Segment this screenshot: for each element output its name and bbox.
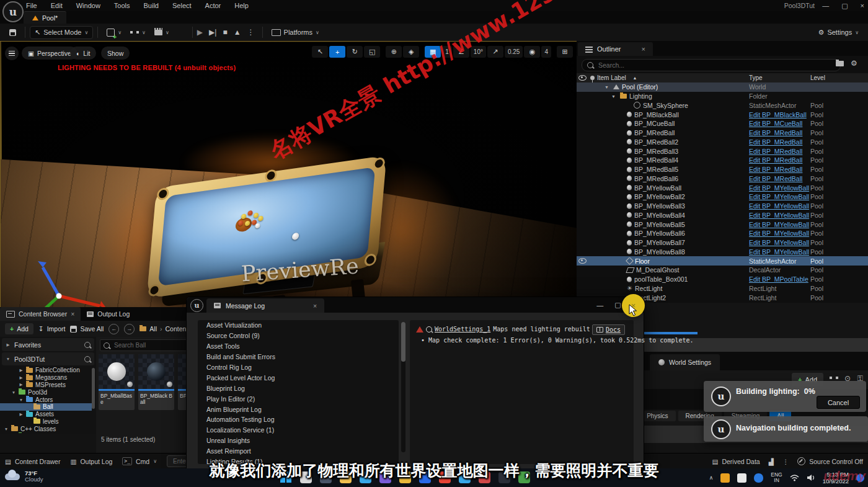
asset-tile[interactable]: BP_MBlack Ball bbox=[138, 354, 174, 410]
outliner-row[interactable]: BP_MRedBall4Edit BP_MRedBallPool bbox=[577, 156, 868, 165]
favorites-header[interactable]: ▶ Favorites bbox=[2, 338, 94, 351]
outliner-row[interactable]: BP_MYellowBall2Edit BP_MYellowBallPool bbox=[577, 192, 868, 202]
scale-snap-toggle-value[interactable]: 0.25 bbox=[505, 46, 523, 58]
menu-item-window[interactable]: Window bbox=[76, 2, 100, 9]
minimize-icon[interactable]: — bbox=[822, 2, 829, 9]
docs-button[interactable]: Docs bbox=[592, 324, 625, 335]
edit-blueprint-link[interactable]: Edit BP_MYellowBall bbox=[749, 184, 809, 192]
eject-button[interactable]: ▲ bbox=[234, 28, 241, 37]
tree-item-pool3d[interactable]: ▼Pool3d bbox=[0, 388, 92, 396]
close-icon[interactable]: × bbox=[642, 45, 645, 53]
settings-dropdown[interactable]: ⚙ Settings ∨ bbox=[814, 27, 863, 38]
tree-item-mspresets[interactable]: ▶MSPresets bbox=[0, 382, 92, 389]
edit-blueprint-link[interactable]: Edit BP_MYellowBall bbox=[749, 193, 809, 200]
menu-item-help[interactable]: Help bbox=[234, 2, 249, 9]
tree-item-c-classes[interactable]: ▼C++ Classes bbox=[0, 425, 92, 432]
camera-speed[interactable]: ◉ bbox=[524, 46, 540, 58]
menu-item-build[interactable]: Build bbox=[144, 2, 159, 9]
add-asset-button[interactable]: +Add bbox=[5, 323, 33, 334]
outliner-row[interactable]: SM_SkySphereStaticMeshActorPool bbox=[577, 101, 868, 110]
message-log-category[interactable]: Packed Level Actor Log bbox=[198, 372, 399, 383]
save-button[interactable] bbox=[5, 27, 20, 38]
play-options-kebab[interactable]: ⋮ bbox=[247, 28, 255, 37]
close-icon[interactable]: × bbox=[71, 310, 74, 318]
message-log-category[interactable]: Source Control (9) bbox=[198, 331, 399, 341]
world-space-toggle[interactable]: ⊕ bbox=[386, 46, 402, 58]
perspective-dropdown[interactable]: ▣ Perspective bbox=[22, 47, 78, 60]
filter-tab-physics[interactable]: Physics bbox=[639, 411, 675, 421]
scale-tool[interactable]: ◱ bbox=[364, 46, 380, 58]
outliner-row[interactable]: BP_MRedBall5Edit BP_MRedBallPool bbox=[577, 165, 868, 174]
message-log-category[interactable]: Play In Editor (2) bbox=[198, 393, 399, 404]
message-log-category[interactable]: Build and Submit Errors bbox=[198, 352, 399, 362]
level-viewport[interactable]: PreviewRe ▣ Perspective ◐ Lit Show LIGHT… bbox=[0, 41, 577, 308]
cinematics-button[interactable]: ∨ bbox=[150, 28, 174, 37]
outliner-row[interactable]: ▼Pool (Editor)World bbox=[577, 83, 868, 92]
edit-blueprint-link[interactable]: Edit BP_MCueBall bbox=[749, 120, 802, 127]
scale-snap-toggle[interactable]: ↗ bbox=[487, 46, 503, 58]
outliner-row[interactable]: BP_MYellowBall8Edit BP_MYellowBallPool bbox=[577, 248, 868, 257]
collapse-arrow[interactable]: ▼ bbox=[6, 357, 11, 361]
maximize-icon[interactable]: ▢ bbox=[841, 2, 848, 10]
outliner-row[interactable]: ▼LightingFolder bbox=[577, 92, 868, 101]
expand-arrow[interactable]: ▼ bbox=[4, 427, 9, 431]
edit-blueprint-link[interactable]: Edit BP_MYellowBall bbox=[749, 221, 809, 228]
outliner-row[interactable]: BP_MYellowBall5Edit BP_MYellowBallPool bbox=[577, 220, 868, 229]
menu-item-select[interactable]: Select bbox=[172, 2, 192, 9]
tree-item-levels[interactable]: levels bbox=[0, 418, 92, 426]
quad-view-toggle[interactable]: ⊞ bbox=[557, 46, 573, 58]
cancel-button[interactable]: Cancel bbox=[817, 396, 860, 409]
maximize-icon[interactable]: ▢ bbox=[614, 301, 621, 309]
message-log-category[interactable]: Asset Reimport bbox=[198, 446, 399, 457]
message-log-category[interactable]: Asset Virtualization bbox=[198, 320, 399, 331]
outliner-row[interactable]: BP_MYellowBall6Edit BP_MYellowBallPool bbox=[577, 229, 868, 238]
blueprints-button[interactable]: ∨ bbox=[126, 28, 150, 37]
outliner-search[interactable] bbox=[582, 59, 841, 71]
outliner-row[interactable]: BP_MYellowBall7Edit BP_MYellowBallPool bbox=[577, 238, 868, 248]
close-icon[interactable]: × bbox=[861, 2, 864, 9]
edit-blueprint-link[interactable]: Edit BP_MYellowBall bbox=[749, 230, 809, 237]
expand-arrow[interactable]: ▼ bbox=[11, 390, 16, 395]
expand-arrow[interactable]: ▼ bbox=[604, 85, 611, 89]
camera-speed-value[interactable]: 4 bbox=[541, 46, 551, 58]
expand-arrow[interactable]: ▶ bbox=[19, 382, 24, 387]
column-level[interactable]: Level bbox=[810, 74, 868, 81]
tree-item-assets[interactable]: ▶Assets bbox=[0, 411, 92, 418]
edit-blueprint-link[interactable]: Edit BP_MRedBall bbox=[749, 138, 802, 146]
expand-arrow[interactable]: ▶ bbox=[6, 342, 11, 347]
column-item-label[interactable]: Item Label bbox=[597, 74, 626, 81]
stop-button[interactable]: ■ bbox=[223, 28, 227, 37]
asset-search[interactable] bbox=[100, 339, 190, 351]
edit-blueprint-link[interactable]: Edit BP_MRedBall bbox=[749, 148, 802, 155]
expand-arrow[interactable]: ▶ bbox=[19, 412, 24, 417]
tab-pool-level[interactable]: Pool* bbox=[24, 11, 66, 24]
edit-blueprint-link[interactable]: Edit BP_MYellowBall bbox=[749, 248, 809, 256]
skip-button[interactable]: ▶| bbox=[209, 28, 216, 37]
outliner-row[interactable]: poolTable_Box001Edit BP_MPoolTablePool bbox=[577, 275, 868, 284]
outliner-row[interactable]: BP_MRedBallEdit BP_MRedBallPool bbox=[577, 128, 868, 138]
edit-blueprint-link[interactable]: Edit BP_MPoolTable bbox=[749, 275, 808, 283]
edit-blueprint-link[interactable]: Edit BP_MYellowBall bbox=[749, 212, 809, 219]
message-log-title-bar[interactable]: u Message Log × — ▢ × bbox=[187, 297, 644, 313]
edit-blueprint-link[interactable]: Edit BP_MYellowBall bbox=[749, 239, 809, 246]
project-header[interactable]: ▼ Pool3DTut bbox=[2, 352, 94, 365]
select-mode-dropdown[interactable]: ↖ Select Mode ∨ bbox=[30, 26, 93, 39]
outliner-row[interactable]: BP_MRedBall2Edit BP_MRedBallPool bbox=[577, 138, 868, 147]
menu-item-edit[interactable]: Edit bbox=[51, 2, 63, 9]
back-button[interactable]: ← bbox=[108, 324, 119, 334]
tab-output-log[interactable]: Output Log bbox=[81, 307, 136, 321]
outliner-search-input[interactable] bbox=[597, 61, 835, 69]
transform-gizmo[interactable] bbox=[9, 257, 108, 308]
import-button[interactable]: ↧Import bbox=[38, 325, 66, 333]
tree-item-pool3dtut[interactable]: ▼Pool3DTut bbox=[0, 432, 92, 433]
show-dropdown[interactable]: Show bbox=[101, 47, 130, 60]
create-folder-icon[interactable] bbox=[836, 60, 844, 68]
expand-arrow[interactable]: ▶ bbox=[19, 375, 24, 380]
edit-blueprint-link[interactable]: Edit BP_MRedBall bbox=[749, 129, 802, 136]
search-icon[interactable] bbox=[84, 356, 91, 362]
outliner-row[interactable]: BP_MRedBall3Edit BP_MRedBallPool bbox=[577, 146, 868, 156]
edit-blueprint-link[interactable]: Edit BP_MYellowBall bbox=[749, 202, 809, 210]
message-log-category[interactable]: Control Rig Log bbox=[198, 362, 399, 373]
outliner-row[interactable]: BP_MBlackBallEdit BP_MBlackBallPool bbox=[577, 110, 868, 119]
breadcrumb[interactable]: All › Content bbox=[140, 325, 188, 333]
